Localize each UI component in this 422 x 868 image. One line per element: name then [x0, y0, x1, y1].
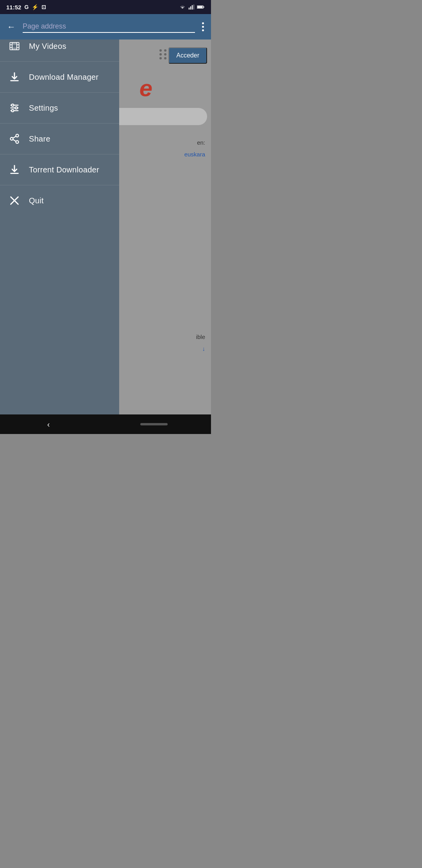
- navigation-drawer: Browse Online My Videos: [0, 0, 119, 434]
- screenshot-icon: ⊡: [41, 4, 46, 10]
- navigation-bar: ‹: [0, 414, 211, 434]
- quit-label: Quit: [29, 196, 44, 205]
- torrent-downloader-label: Torrent Downloader: [29, 165, 99, 174]
- acceder-button[interactable]: Acceder: [168, 47, 207, 64]
- sliders-icon: [8, 101, 21, 115]
- euskara-link[interactable]: euskara: [184, 151, 205, 158]
- bg-link[interactable]: ↓: [202, 345, 206, 352]
- menu-item-quit[interactable]: Quit: [0, 185, 119, 216]
- svg-point-27: [15, 107, 18, 109]
- ible-text: ible: [196, 334, 205, 340]
- torrent-icon: [8, 163, 21, 176]
- status-left: 11:52 G ⚡ ⊡: [6, 4, 46, 11]
- menu-item-download-manager[interactable]: Download Manager: [0, 62, 119, 93]
- svg-rect-0: [189, 8, 190, 10]
- svg-rect-2: [192, 5, 193, 9]
- my-videos-label: My Videos: [29, 42, 66, 51]
- svg-point-26: [11, 104, 14, 106]
- lang-label: en:: [197, 139, 205, 146]
- menu-item-settings[interactable]: Settings: [0, 93, 119, 124]
- google-icon: G: [24, 4, 29, 10]
- download-icon: [8, 70, 21, 84]
- svg-rect-5: [203, 6, 204, 8]
- status-time: 11:52: [6, 4, 21, 11]
- menu-button[interactable]: [199, 19, 207, 34]
- address-input[interactable]: [23, 21, 195, 33]
- share-label: Share: [29, 135, 50, 143]
- menu-item-torrent-downloader[interactable]: Torrent Downloader: [0, 154, 119, 185]
- menu-item-share[interactable]: Share: [0, 124, 119, 154]
- svg-point-28: [11, 109, 14, 112]
- home-pill[interactable]: [140, 423, 168, 425]
- status-bar: 11:52 G ⚡ ⊡: [0, 0, 211, 14]
- battery-icon: [197, 5, 205, 9]
- download-manager-label: Download Manager: [29, 73, 98, 82]
- system-back-button[interactable]: ‹: [43, 416, 54, 433]
- film-icon: [8, 39, 21, 53]
- svg-line-33: [13, 140, 16, 142]
- svg-line-32: [13, 136, 16, 138]
- wifi-icon: [179, 4, 186, 10]
- flash-icon: ⚡: [32, 4, 38, 10]
- svg-rect-1: [190, 6, 191, 9]
- share-icon: [8, 132, 21, 145]
- svg-rect-20: [13, 48, 16, 50]
- back-button[interactable]: ←: [4, 19, 19, 35]
- svg-rect-19: [13, 43, 16, 45]
- settings-label: Settings: [29, 104, 58, 113]
- status-right: [179, 4, 205, 10]
- e-logo: e: [139, 75, 152, 102]
- svg-rect-6: [197, 6, 203, 8]
- svg-rect-3: [193, 5, 194, 10]
- toolbar: ←: [0, 14, 211, 39]
- close-icon: [8, 194, 21, 207]
- signal-icon: [188, 4, 195, 10]
